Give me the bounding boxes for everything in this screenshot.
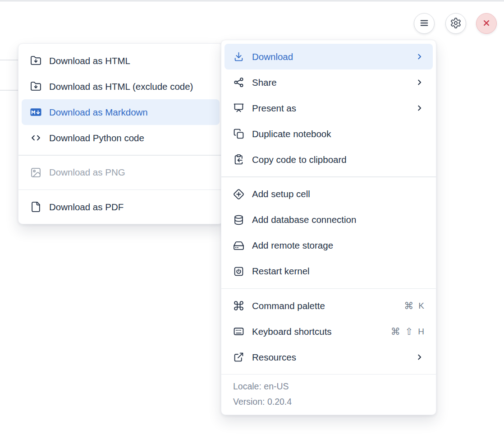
menu-item-label: Add remote storage — [252, 240, 424, 251]
gear-icon — [450, 17, 462, 30]
menu-item-label: Copy code to clipboard — [252, 154, 424, 165]
folder-down-icon — [30, 55, 41, 66]
diamond-plus-icon — [233, 189, 244, 200]
keyboard-icon — [233, 326, 244, 337]
menu-item-duplicate-notebook[interactable]: Duplicate notebook — [221, 121, 436, 147]
menu-item-download-python-code[interactable]: Download Python code — [18, 125, 223, 151]
menu-item-share[interactable]: Share — [221, 69, 436, 95]
chevron-right-icon — [415, 103, 424, 113]
menu-item-label: Restart kernel — [252, 266, 424, 277]
chevron-right-icon — [415, 352, 424, 362]
menu-item-label: Download as PDF — [49, 202, 211, 213]
code-icon — [30, 132, 41, 143]
menu-item-label: Download Python code — [49, 133, 211, 143]
menu-item-label: Share — [252, 77, 407, 88]
external-link-icon — [233, 352, 244, 363]
duplicate-icon — [233, 128, 244, 139]
download-icon — [233, 51, 244, 62]
menu-item-add-database-connection[interactable]: Add database connection — [221, 207, 436, 233]
menu-item-label: Duplicate notebook — [252, 129, 424, 139]
menu-item-add-setup-cell[interactable]: Add setup cell — [221, 181, 436, 207]
markdown-download-icon — [30, 106, 41, 118]
menu-item-label: Resources — [252, 352, 407, 363]
menu-item-label: Download — [252, 51, 407, 62]
menu-item-present-as[interactable]: Present as — [221, 95, 436, 121]
close-icon — [481, 17, 492, 30]
menu-item-command-palette[interactable]: Command palette⌘K — [221, 293, 436, 319]
menu-item-resources[interactable]: Resources — [221, 344, 436, 370]
page-top-border — [0, 0, 504, 1]
notebook-actions-menu: DownloadSharePresent asDuplicate noteboo… — [221, 40, 436, 415]
menu-item-download-as-html[interactable]: Download as HTML — [18, 48, 223, 74]
menu-divider — [221, 176, 436, 177]
menu-divider — [18, 155, 223, 156]
menu-item-label: Add setup cell — [252, 189, 424, 199]
chevron-right-icon — [415, 78, 424, 87]
download-submenu: Download as HTMLDownload as HTML (exclud… — [18, 43, 223, 224]
hamburger-icon — [418, 17, 430, 30]
shortcut-hint: ⌘⇧H — [391, 327, 424, 336]
menu-item-download-as-html-exclude-code[interactable]: Download as HTML (exclude code) — [18, 74, 223, 99]
menu-item-keyboard-shortcuts[interactable]: Keyboard shortcuts⌘⇧H — [221, 319, 436, 344]
file-icon — [30, 201, 41, 213]
hard-drive-icon — [233, 240, 244, 251]
menu-item-label: Command palette — [252, 301, 396, 311]
folder-down-icon — [30, 81, 41, 92]
menu-item-label: Keyboard shortcuts — [252, 326, 383, 337]
menu-item-add-remote-storage[interactable]: Add remote storage — [221, 233, 436, 259]
share-icon — [233, 77, 244, 88]
command-icon — [233, 300, 244, 311]
menu-item-download-as-png: Download as PNG — [18, 160, 223, 185]
clipboard-copy-icon — [233, 154, 244, 165]
menu-item-copy-code-to-clipboard[interactable]: Copy code to clipboard — [221, 147, 436, 172]
menu-item-label: Download as HTML — [49, 56, 211, 66]
locale-text: Locale: en-US — [233, 379, 424, 394]
menu-item-download-as-pdf[interactable]: Download as PDF — [18, 194, 223, 220]
notebook-menu-button[interactable] — [414, 13, 435, 34]
presentation-icon — [233, 102, 244, 114]
menu-item-label: Add database connection — [252, 214, 424, 225]
image-icon — [30, 167, 41, 178]
version-text: Version: 0.20.4 — [233, 394, 424, 409]
menu-item-label: Download as HTML (exclude code) — [49, 81, 211, 92]
power-icon — [233, 266, 244, 277]
menu-item-label: Download as PNG — [49, 167, 211, 178]
menu-item-label: Download as Markdown — [49, 107, 211, 118]
close-button[interactable] — [476, 13, 497, 34]
chevron-right-icon — [415, 52, 424, 61]
menu-divider — [18, 190, 223, 190]
menu-divider — [221, 288, 436, 289]
settings-button[interactable] — [445, 13, 466, 34]
database-icon — [233, 214, 244, 226]
menu-item-restart-kernel[interactable]: Restart kernel — [221, 259, 436, 284]
menu-item-download-as-markdown[interactable]: Download as Markdown — [22, 99, 220, 125]
menu-footer: Locale: en-US Version: 0.20.4 — [221, 374, 436, 410]
menu-item-label: Present as — [252, 103, 407, 114]
shortcut-hint: ⌘K — [404, 301, 424, 310]
menu-item-download[interactable]: Download — [225, 44, 433, 69]
